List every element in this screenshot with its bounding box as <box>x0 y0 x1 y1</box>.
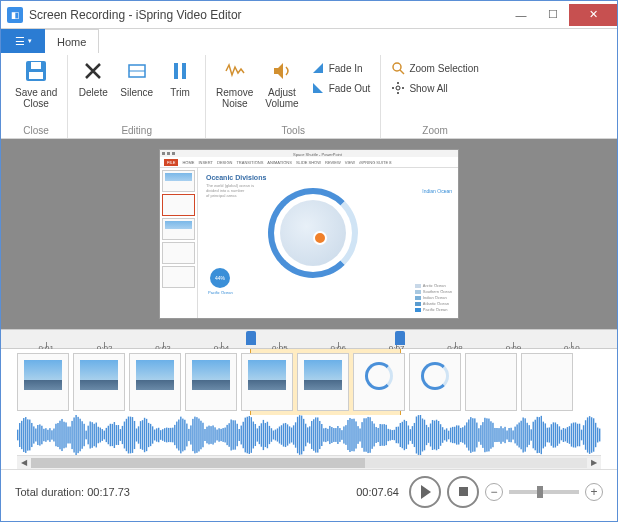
timeline-frame[interactable] <box>297 353 349 411</box>
silence-button[interactable]: Silence <box>116 55 157 125</box>
timeline-frame[interactable] <box>73 353 125 411</box>
svg-rect-100 <box>202 423 203 448</box>
svg-rect-232 <box>468 419 469 450</box>
svg-rect-122 <box>247 417 248 454</box>
maximize-button[interactable]: ☐ <box>537 4 569 26</box>
svg-rect-24 <box>49 428 50 442</box>
save-and-close-button[interactable]: Save and Close <box>11 55 61 125</box>
zoom-in-button[interactable]: + <box>585 483 603 501</box>
svg-rect-138 <box>279 427 280 444</box>
close-button[interactable]: ✕ <box>569 4 617 26</box>
svg-rect-29 <box>59 421 60 450</box>
svg-rect-162 <box>327 429 328 441</box>
svg-rect-30 <box>61 419 62 451</box>
volume-icon <box>268 57 296 85</box>
zoom-out-button[interactable]: − <box>485 483 503 501</box>
svg-rect-63 <box>128 417 129 454</box>
audio-waveform[interactable] <box>1 415 617 455</box>
fade-out-button[interactable]: Fade Out <box>307 79 375 97</box>
timeline-frame[interactable] <box>353 353 405 411</box>
svg-rect-145 <box>293 425 294 444</box>
svg-rect-245 <box>494 428 495 442</box>
svg-rect-157 <box>317 417 318 452</box>
svg-rect-200 <box>404 420 405 450</box>
svg-rect-156 <box>315 417 316 452</box>
timeline-frame[interactable] <box>17 353 69 411</box>
svg-rect-84 <box>170 428 171 442</box>
timeline-frame[interactable] <box>129 353 181 411</box>
svg-rect-115 <box>232 420 233 449</box>
svg-rect-229 <box>462 427 463 443</box>
trim-button[interactable]: Trim <box>161 55 199 125</box>
svg-rect-50 <box>102 429 103 441</box>
svg-rect-212 <box>428 427 429 443</box>
time-ruler[interactable]: 0:01 0:02 0:03 0:04 0:05 0:06 0:07 0:08 … <box>1 329 617 349</box>
scroll-left-button[interactable]: ◀ <box>17 457 31 469</box>
timeline[interactable] <box>1 349 617 415</box>
zoom-slider[interactable] <box>509 490 579 494</box>
svg-rect-267 <box>539 417 540 453</box>
fade-in-button[interactable]: Fade In <box>307 59 375 77</box>
show-all-icon <box>391 81 405 95</box>
svg-rect-265 <box>535 420 536 451</box>
remove-noise-button[interactable]: Remove Noise <box>212 55 257 125</box>
tab-home[interactable]: Home <box>45 29 99 53</box>
svg-rect-112 <box>226 425 227 445</box>
show-all-button[interactable]: Show All <box>387 79 482 97</box>
minimize-button[interactable]: — <box>505 4 537 26</box>
svg-rect-144 <box>291 428 292 443</box>
svg-rect-256 <box>516 424 517 445</box>
scrollbar-thumb[interactable] <box>31 458 365 468</box>
svg-rect-163 <box>329 426 330 444</box>
svg-rect-170 <box>343 426 344 443</box>
svg-rect-181 <box>365 418 366 452</box>
svg-rect-60 <box>122 426 123 444</box>
svg-rect-164 <box>331 427 332 443</box>
timeline-scrollbar[interactable]: ◀ ▶ <box>17 455 601 469</box>
svg-rect-61 <box>124 422 125 449</box>
svg-rect-296 <box>597 428 598 443</box>
svg-rect-92 <box>186 424 187 447</box>
svg-rect-154 <box>311 421 312 449</box>
svg-rect-81 <box>164 428 165 442</box>
svg-rect-75 <box>152 426 153 443</box>
delete-button[interactable]: Delete <box>74 55 112 125</box>
svg-rect-91 <box>184 420 185 451</box>
svg-rect-261 <box>526 423 527 447</box>
svg-rect-182 <box>367 417 368 453</box>
scroll-right-button[interactable]: ▶ <box>587 457 601 469</box>
svg-rect-297 <box>599 429 600 442</box>
svg-rect-42 <box>85 431 86 440</box>
timeline-frame[interactable] <box>241 353 293 411</box>
svg-rect-203 <box>410 429 411 441</box>
play-button[interactable] <box>409 476 441 508</box>
percent-badge: 44% <box>210 268 230 288</box>
svg-rect-241 <box>486 418 487 451</box>
svg-rect-129 <box>261 423 262 446</box>
svg-rect-114 <box>230 420 231 451</box>
svg-rect-131 <box>265 423 266 447</box>
svg-rect-72 <box>146 419 147 451</box>
file-tab[interactable]: ☰▾ <box>1 29 45 53</box>
selection-end-handle[interactable] <box>395 331 405 345</box>
svg-rect-166 <box>335 428 336 442</box>
svg-rect-87 <box>176 422 177 449</box>
timeline-frame[interactable] <box>409 353 461 411</box>
timeline-frame[interactable] <box>465 353 517 411</box>
svg-rect-47 <box>96 423 97 448</box>
svg-rect-213 <box>430 424 431 447</box>
timeline-frame[interactable] <box>185 353 237 411</box>
svg-rect-258 <box>520 421 521 450</box>
total-duration: 00:17.73 <box>87 486 130 498</box>
svg-rect-116 <box>234 420 235 449</box>
svg-rect-2 <box>31 62 41 69</box>
stop-button[interactable] <box>447 476 479 508</box>
selection-start-handle[interactable] <box>246 331 256 345</box>
svg-rect-228 <box>460 428 461 442</box>
timeline-frame[interactable] <box>521 353 573 411</box>
adjust-volume-button[interactable]: Adjust Volume <box>261 55 302 125</box>
svg-rect-148 <box>299 415 300 455</box>
svg-rect-117 <box>237 424 238 446</box>
zoom-selection-button[interactable]: Zoom Selection <box>387 59 482 77</box>
svg-rect-207 <box>418 415 419 455</box>
